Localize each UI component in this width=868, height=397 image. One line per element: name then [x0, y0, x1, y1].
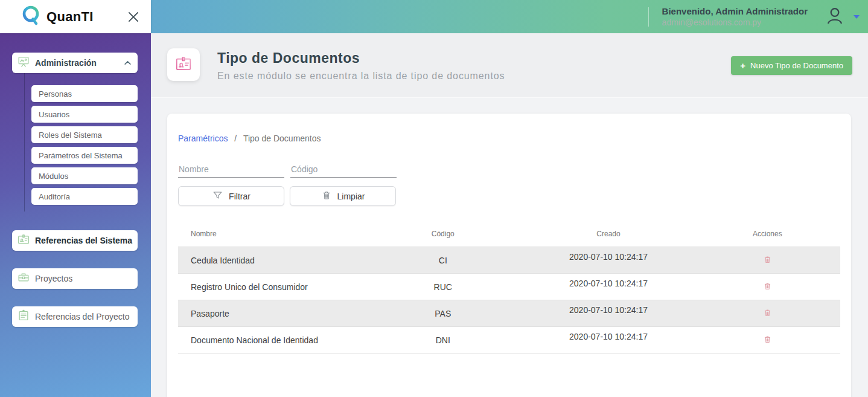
filter-buttons-row: Filtrar Limpiar [178, 186, 840, 206]
document-type-badge-icon [174, 54, 193, 75]
breadcrumb-current: Tipo de Documentos [243, 134, 321, 143]
sub-item-label: Usuarios [39, 110, 69, 119]
nombre-input[interactable] [178, 163, 284, 178]
new-button-label: Nuevo Tipo de Documento [750, 61, 843, 70]
sidebar: Administración Personas Usuarios Roles d… [0, 33, 151, 397]
clipboard-icon [17, 309, 30, 324]
presentation-chart-icon [17, 55, 30, 71]
cell-nombre: Documento Nacional de Identidad [178, 327, 363, 353]
quanti-logo-icon [21, 4, 42, 30]
sub-item-label: Personas [39, 89, 72, 98]
cell-codigo: CI [363, 247, 522, 274]
welcome-text: Bienvenido, Admin Administrador [662, 5, 808, 17]
codigo-input[interactable] [290, 163, 397, 178]
breadcrumb-parametricos-link[interactable]: Paramétricos [178, 134, 228, 143]
page-header: Tipo de Documentos En este módulo se enc… [151, 33, 868, 98]
column-header-acciones: Acciones [695, 222, 840, 247]
table-row: Documento Nacional de Identidad DNI 2020… [178, 327, 840, 353]
close-icon[interactable] [127, 10, 140, 24]
chevron-down-icon[interactable] [854, 15, 860, 19]
trash-icon [321, 190, 332, 202]
funnel-icon [212, 190, 223, 203]
cell-nombre: Registro Unico del Consumidor [178, 274, 363, 300]
sidebar-item-referencias-del-sistema[interactable]: Referencias del Sistema [12, 230, 138, 251]
page-title: Tipo de Documentos [217, 50, 505, 66]
content-card: Paramétricos / Tipo de Documentos Filtra… [167, 114, 851, 397]
filtrar-button[interactable]: Filtrar [178, 186, 284, 206]
cell-creado: 2020-07-10 10:24:17 [522, 300, 694, 327]
submenu-connector-line [24, 73, 25, 211]
column-header-nombre: Nombre [178, 222, 363, 247]
plus-icon: + [740, 60, 745, 71]
sidebar-item-label: Referencias del Sistema [35, 236, 132, 245]
sidebar-item-administracion[interactable]: Administración [12, 53, 138, 73]
main-content: Tipo de Documentos En este módulo se enc… [151, 33, 868, 397]
cell-codigo: DNI [363, 327, 522, 353]
user-email: admin@esolutions.com.py [662, 17, 808, 28]
page-subtitle: En este módulo se encuentra la lista de … [217, 71, 505, 82]
sub-item-label: Auditoría [39, 192, 70, 201]
admin-submenu: Personas Usuarios Roles del Sistema Pará… [31, 85, 138, 208]
sidebar-item-label: Referencias del Proyecto [35, 312, 129, 321]
delete-row-button[interactable] [762, 280, 773, 294]
table-header-row: Nombre Código Creado Acciones [178, 222, 840, 247]
column-header-codigo: Código [363, 222, 522, 247]
cell-codigo: RUC [363, 274, 522, 300]
sidebar-item-auditoria[interactable]: Auditoría [31, 188, 138, 205]
avatar-icon[interactable] [823, 4, 846, 30]
user-block[interactable]: Bienvenido, Admin Administrador admin@es… [648, 0, 860, 33]
briefcase-icon [17, 271, 30, 286]
table-row: Registro Unico del Consumidor RUC 2020-0… [178, 274, 840, 300]
cell-creado: 2020-07-10 10:24:17 [522, 274, 694, 300]
chevron-up-icon[interactable] [124, 60, 132, 66]
column-header-creado: Creado [522, 222, 694, 247]
logo-text: QuanTI [46, 9, 94, 25]
delete-row-button[interactable] [762, 253, 773, 268]
sub-item-label: Parámetros del Sistema [39, 151, 123, 160]
cell-creado: 2020-07-10 10:24:17 [522, 247, 694, 274]
filtrar-label: Filtrar [229, 192, 251, 201]
module-icon-card [167, 48, 200, 81]
sidebar-item-personas[interactable]: Personas [31, 85, 138, 102]
sidebar-item-proyectos[interactable]: Proyectos [12, 268, 138, 289]
delete-row-button[interactable] [762, 306, 773, 321]
sub-item-label: Roles del Sistema [39, 131, 102, 140]
cell-nombre: Cedula Identidad [178, 247, 363, 274]
new-document-type-button[interactable]: + Nuevo Tipo de Documento [731, 56, 852, 75]
user-divider [648, 7, 649, 27]
document-types-table: Nombre Código Creado Acciones Cedula Ide… [178, 222, 840, 353]
sidebar-item-usuarios[interactable]: Usuarios [31, 106, 138, 123]
table-row: Cedula Identidad CI 2020-07-10 10:24:17 [178, 247, 840, 274]
breadcrumb: Paramétricos / Tipo de Documentos [178, 114, 840, 143]
sidebar-item-label: Proyectos [35, 274, 72, 283]
sidebar-item-parametros-del-sistema[interactable]: Parámetros del Sistema [31, 147, 138, 164]
filter-inputs-row [178, 163, 840, 178]
sidebar-item-modulos[interactable]: Módulos [31, 167, 138, 184]
cell-creado: 2020-07-10 10:24:17 [522, 327, 694, 353]
table-row: Pasaporte PAS 2020-07-10 10:24:17 [178, 300, 840, 327]
sidebar-item-label: Administración [35, 58, 97, 68]
limpiar-button[interactable]: Limpiar [290, 186, 396, 206]
logo-panel: QuanTI [0, 0, 151, 33]
breadcrumb-separator: / [234, 134, 237, 143]
sidebar-item-roles-del-sistema[interactable]: Roles del Sistema [31, 126, 138, 143]
delete-row-button[interactable] [762, 333, 773, 347]
cell-nombre: Pasaporte [178, 300, 363, 327]
sidebar-item-referencias-del-proyecto[interactable]: Referencias del Proyecto [12, 306, 138, 327]
id-card-icon [17, 233, 30, 248]
cell-codigo: PAS [363, 300, 522, 327]
sub-item-label: Módulos [39, 172, 68, 181]
limpiar-label: Limpiar [337, 192, 365, 201]
